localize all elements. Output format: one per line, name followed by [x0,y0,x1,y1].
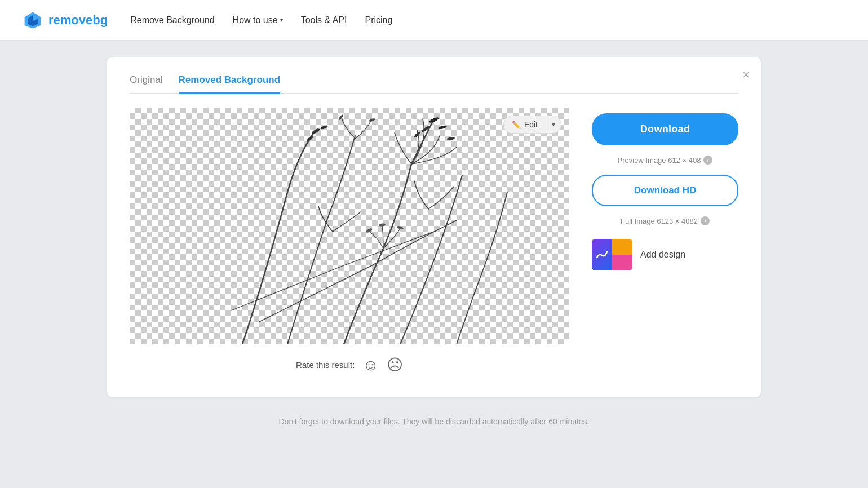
preview-info-text: Preview Image 612 × 408 [618,156,701,165]
logo-text: removebg [48,13,108,28]
svg-point-11 [369,118,376,122]
svg-point-15 [379,223,386,227]
logo[interactable]: removebg [23,10,108,30]
svg-point-14 [397,225,404,230]
nav-link-pricing[interactable]: Pricing [365,15,392,25]
add-design-row[interactable]: Add design [592,239,738,270]
chevron-down-icon: ▾ [280,17,283,23]
sad-rating-button[interactable]: ☹ [387,356,403,374]
svg-point-6 [429,116,440,123]
design-thumb-wave-icon [596,249,608,261]
content-area: ✏️ Edit ▾ [130,108,738,374]
edit-button-group[interactable]: ✏️ Edit ▾ [503,116,561,134]
design-thumb-bottom [612,255,632,270]
svg-point-3 [311,127,321,135]
main-card: × Original Removed Background ✏️ Edit [107,57,761,397]
svg-point-9 [413,131,420,138]
preview-info-row: Preview Image 612 × 408 i [592,156,738,165]
design-thumb-left [592,239,612,270]
download-button[interactable]: Download [592,113,738,145]
full-info-text: Full Image 6123 × 4082 [621,217,698,225]
edit-label: Edit [524,120,538,129]
image-container: ✏️ Edit ▾ [130,108,569,344]
design-thumbnail-inner [592,239,632,270]
plant-image [130,108,569,344]
full-info-icon[interactable]: i [701,216,710,225]
checkerboard-background: ✏️ Edit ▾ [130,108,569,344]
download-hd-button[interactable]: Download HD [592,175,738,206]
close-button[interactable]: × [742,69,750,81]
rating-row: Rate this result: ☺ ☹ [130,356,569,374]
design-thumbnail [592,239,632,270]
svg-point-5 [306,135,314,143]
design-thumb-top [612,239,632,255]
logo-icon [23,10,43,30]
tab-original[interactable]: Original [130,74,163,94]
footer-note: Don't forget to download your files. The… [278,417,589,426]
add-design-label: Add design [640,250,685,260]
tab-removed-background[interactable]: Removed Background [179,74,280,94]
full-info-row: Full Image 6123 × 4082 i [592,216,738,225]
nav-links: Remove Background How to use ▾ Tools & A… [130,15,392,25]
nav-link-tools-api[interactable]: Tools & API [301,15,347,25]
nav-item-remove-background[interactable]: Remove Background [130,15,214,25]
happy-rating-button[interactable]: ☺ [362,356,379,374]
pencil-icon: ✏️ [512,121,521,129]
image-panel: ✏️ Edit ▾ [130,108,569,374]
right-panel: Download Preview Image 612 × 408 i Downl… [592,108,738,374]
rating-label: Rate this result: [296,360,355,370]
nav-item-tools-api[interactable]: Tools & API [301,15,347,25]
edit-main-button[interactable]: ✏️ Edit [504,116,546,133]
nav-item-pricing[interactable]: Pricing [365,15,392,25]
svg-point-10 [447,136,455,140]
nav-link-how-to-use[interactable]: How to use [233,15,278,25]
edit-dropdown-button[interactable]: ▾ [546,117,561,132]
svg-point-12 [338,114,344,121]
svg-point-13 [366,228,373,233]
nav-link-remove-background[interactable]: Remove Background [130,15,214,25]
nav-item-how-to-use[interactable]: How to use ▾ [233,15,283,25]
tabs-row: Original Removed Background [130,74,738,94]
design-thumb-right [612,239,632,270]
svg-point-7 [438,125,448,130]
svg-point-4 [320,125,329,130]
page-body: × Original Removed Background ✏️ Edit [0,41,868,443]
navbar: removebg Remove Background How to use ▾ … [0,0,868,41]
preview-info-icon[interactable]: i [703,156,712,165]
chevron-edit-icon: ▾ [552,121,555,128]
